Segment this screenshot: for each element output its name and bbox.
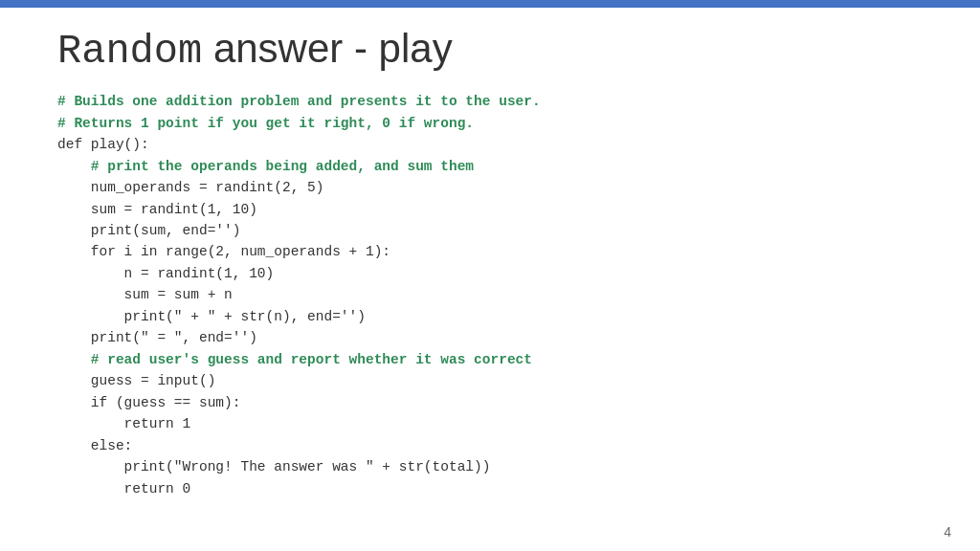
code-line-5: num_operands = randint(2, 5) bbox=[57, 177, 923, 198]
code-line-16: guess = input() bbox=[57, 370, 923, 391]
code-line-19: else: bbox=[57, 435, 923, 456]
code-line-10: n = randint(1, 10) bbox=[57, 263, 923, 284]
title-rest: answer - play bbox=[202, 26, 452, 71]
code-block: # Builds one addition problem and presen… bbox=[57, 91, 923, 499]
code-line-17: if (guess == sum): bbox=[57, 392, 923, 413]
code-line-13: print(" = ", end='') bbox=[57, 327, 923, 348]
slide-title: Random answer - play bbox=[57, 27, 923, 74]
code-line-12: print(" + " + str(n), end='') bbox=[57, 306, 923, 327]
code-line-2: # Returns 1 point if you get it right, 0… bbox=[57, 113, 923, 134]
page-number: 4 bbox=[944, 524, 951, 540]
slide-container: Random answer - play # Builds one additi… bbox=[0, 8, 980, 551]
code-line-3: def play(): bbox=[57, 134, 923, 155]
code-line-21: return 0 bbox=[57, 478, 923, 499]
code-line-11: sum = sum + n bbox=[57, 284, 923, 305]
code-line-1: # Builds one addition problem and presen… bbox=[57, 91, 923, 112]
code-line-20: print("Wrong! The answer was " + str(tot… bbox=[57, 456, 923, 477]
code-line-6: sum = randint(1, 10) bbox=[57, 199, 923, 220]
code-line-4: # print the operands being added, and su… bbox=[57, 156, 923, 177]
title-random: Random bbox=[57, 29, 202, 75]
code-line-15: # read user's guess and report whether i… bbox=[57, 349, 923, 370]
code-line-18: return 1 bbox=[57, 413, 923, 434]
top-accent-bar bbox=[0, 0, 980, 8]
code-line-9: for i in range(2, num_operands + 1): bbox=[57, 241, 923, 262]
code-line-7: print(sum, end='') bbox=[57, 220, 923, 241]
